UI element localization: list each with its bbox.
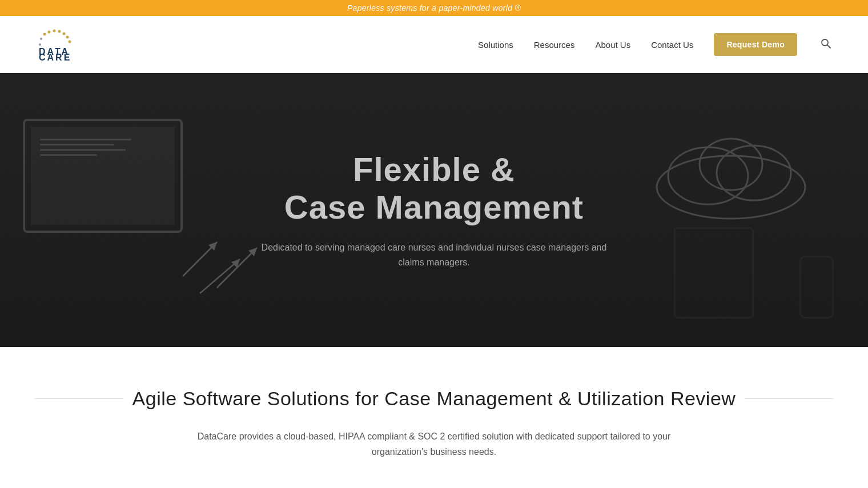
svg-point-3 <box>58 30 61 33</box>
hero-title-line2: Case Management <box>284 188 584 225</box>
hero-title-line1: Flexible & <box>353 151 515 188</box>
nav-solutions[interactable]: Solutions <box>478 40 513 50</box>
svg-point-0 <box>43 33 46 36</box>
scroll-indicator <box>34 459 834 488</box>
nav-contact[interactable]: Contact Us <box>651 40 693 50</box>
svg-point-2 <box>53 30 56 33</box>
hero-subtitle: Dedicated to serving managed care nurses… <box>257 240 611 269</box>
main-nav: Solutions Resources About Us Contact Us … <box>478 33 834 56</box>
search-icon <box>820 38 831 49</box>
section-divider: Agile Software Solutions for Case Manage… <box>34 387 834 410</box>
banner-text: Paperless systems for a paper-minded wor… <box>347 3 521 13</box>
svg-point-11 <box>822 39 828 46</box>
nav-about[interactable]: About Us <box>595 40 630 50</box>
section-description: DataCare provides a cloud-based, HIPAA c… <box>177 429 691 459</box>
logo-icon: DATA CARE <box>34 27 80 62</box>
header: DATA CARE Solutions Resources About Us C… <box>0 16 868 73</box>
divider-line-left <box>34 398 123 399</box>
svg-point-5 <box>66 36 69 39</box>
svg-text:CARE: CARE <box>39 53 71 62</box>
hero-section: Flexible & Case Management Dedicated to … <box>0 73 868 347</box>
nav-resources[interactable]: Resources <box>534 40 575 50</box>
svg-point-7 <box>40 38 42 40</box>
divider-line-right <box>745 398 834 399</box>
hero-title: Flexible & Case Management <box>284 151 584 227</box>
request-demo-button[interactable]: Request Demo <box>714 33 797 56</box>
svg-line-12 <box>827 45 830 48</box>
search-button[interactable] <box>818 35 834 54</box>
top-banner: Paperless systems for a paper-minded wor… <box>0 0 868 16</box>
logo[interactable]: DATA CARE <box>34 27 80 62</box>
svg-point-8 <box>39 43 41 46</box>
main-content-section: Agile Software Solutions for Case Manage… <box>0 347 868 488</box>
hero-content: Flexible & Case Management Dedicated to … <box>0 73 868 347</box>
svg-point-6 <box>69 41 71 43</box>
svg-point-4 <box>63 33 66 35</box>
svg-point-1 <box>48 31 51 34</box>
section-title: Agile Software Solutions for Case Manage… <box>132 387 736 410</box>
